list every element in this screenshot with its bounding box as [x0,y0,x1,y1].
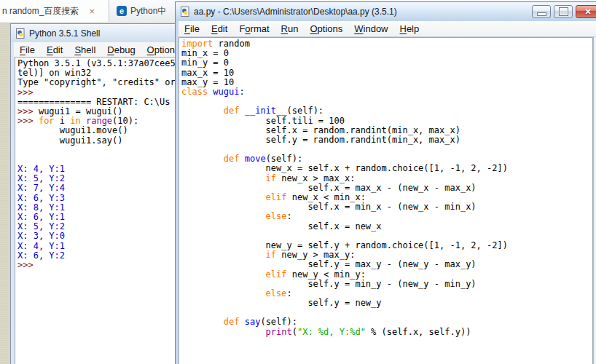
editor-window-title: aa.py - C:\Users\Administrator\Desktop\a… [194,7,397,17]
menu-item-file[interactable]: File [14,44,41,55]
editor-text-area[interactable]: import randommin_x = 0min_y = 0max_x = 1… [179,37,593,364]
code-line: self.y = new_y [181,298,592,308]
menu-item-help[interactable]: Help [394,23,426,34]
maximize-button[interactable] [554,5,573,18]
code-line: max_x = 10 [181,68,592,78]
code-line: class wugui: [181,87,592,97]
editor-menubar: FileEditFormatRunOptionsWindowHelp [179,21,596,37]
tab-label: Python中 [130,5,166,17]
code-line: min_y = 0 [181,58,592,68]
code-line: self.y = random.randint(min_x, max_x) [181,135,592,145]
menu-item-file[interactable]: File [179,23,205,34]
tab-label: n random_百度搜索 [2,5,79,17]
tab-close-icon[interactable]: × [89,7,95,16]
window-controls: ✕ [532,5,596,18]
browser-tab-baidu-search[interactable]: n random_百度搜索 × [0,0,109,22]
minimize-icon [537,12,546,16]
editor-titlebar[interactable]: aa.py - C:\Users\Administrator\Desktop\a… [176,2,596,21]
minimize-button[interactable] [532,5,551,18]
idle-file-icon [15,28,26,39]
menu-item-window[interactable]: Window [348,23,393,34]
menu-item-edit[interactable]: Edit [205,23,233,34]
editor-scrollbar[interactable] [593,37,596,364]
idle-file-icon [180,7,190,17]
menu-item-format[interactable]: Format [233,23,275,34]
close-button[interactable]: ✕ [576,5,596,18]
menu-item-run[interactable]: Run [275,23,305,34]
code-line: self.x = new_x [181,222,592,232]
browser-tab-python[interactable]: e Python中 [111,0,184,22]
code-line: import random [181,39,592,49]
shell-window-title: Python 3.5.1 Shell [29,28,100,39]
code-line: min_x = 0 [181,49,592,58]
menu-item-edit[interactable]: Edit [41,44,68,55]
menu-item-options[interactable]: Options [304,23,348,34]
maximize-icon [560,8,568,15]
code-line: print("X: %d, Y:%d" % (self.x, self.y)) [181,328,592,337]
menu-item-debug[interactable]: Debug [101,44,141,55]
desktop: n random_百度搜索 × e Python中 Python 3.5.1 S… [0,0,596,364]
site-favicon-icon: e [117,6,127,16]
close-icon: ✕ [584,8,591,16]
editor-window: aa.py - C:\Users\Administrator\Desktop\a… [175,1,596,364]
menu-item-shell[interactable]: Shell [68,44,101,55]
